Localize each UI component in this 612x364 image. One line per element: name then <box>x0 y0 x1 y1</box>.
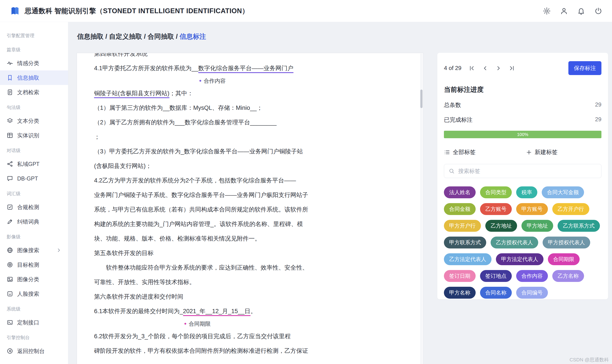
document-text: 第五条软件开发的目标 <box>94 250 153 256</box>
tag-pill[interactable]: 合同名称 <box>480 287 512 299</box>
tag-pill[interactable]: 乙方法定代表人 <box>444 253 491 265</box>
sidebar-item-label: 返回控制台 <box>17 348 45 355</box>
save-annotation-button[interactable]: 保存标注 <box>568 61 601 75</box>
document-text: 6.1本软件开发的最终交付时间为_ <box>94 308 183 314</box>
document-text: 业务网门户铜陵子站子系统、数字化综合服务平台——业务网门户枞阳支行网站子 <box>94 192 308 198</box>
tag-pill[interactable]: 乙方联系方式 <box>558 220 600 232</box>
app-header: 思通数科 智能识别引擎（STONEDT INTELLIGENT IDENTIFI… <box>0 0 612 22</box>
prev-page-button[interactable] <box>482 65 489 72</box>
annotated-text[interactable]: 数字化综合服务平台——业务网门户 <box>198 65 293 73</box>
sidebar-item-image-search[interactable]: 图像搜索 <box>0 243 68 258</box>
header-user-button[interactable] <box>560 7 568 15</box>
sidebar-item-info-extract[interactable]: 信息抽取 <box>0 70 68 85</box>
power-icon <box>594 7 602 15</box>
breadcrumb-separator: / <box>104 33 109 40</box>
document-line: 6.1本软件开发的最终交付时间为_2021_年__12_月_15__日。 <box>94 304 414 318</box>
sidebar-item-label: 纠错词典 <box>17 218 39 225</box>
sidebar-item-compliance-check[interactable]: 合规检测 <box>0 200 68 214</box>
sidebar-item-face-search[interactable]: 人脸搜索 <box>0 286 68 301</box>
tag-pill[interactable]: 甲方地址 <box>521 220 553 232</box>
breadcrumb-item[interactable]: 自定义抽取 <box>109 33 142 40</box>
tag-pill[interactable]: 签订地点 <box>480 270 512 282</box>
document-panel: 第四条软件开发系统4.1甲方委托乙方所开发的软件系统为__数字化综合服务平台——… <box>77 53 423 364</box>
breadcrumb-separator: / <box>174 33 179 40</box>
sidebar-item-label: 图像分类 <box>17 276 39 283</box>
tag-pill[interactable]: 合作内容 <box>516 270 548 282</box>
annotated-text[interactable]: 铜陵子站(含枞阳县支行网站) <box>94 90 169 98</box>
tag-pill[interactable]: 乙方名称 <box>552 270 584 282</box>
annotation-label: •合同期限 <box>184 318 414 329</box>
total-count-label: 总条数 <box>444 101 461 109</box>
sidebar-item-sentiment[interactable]: 情感分类 <box>0 56 68 70</box>
sidebar-item-private-gpt[interactable]: 私域GPT <box>0 157 68 171</box>
document-scrollbar[interactable] <box>420 53 423 364</box>
header-power-button[interactable] <box>594 7 602 15</box>
sidebar-item-correction-dict[interactable]: 纠错词典 <box>0 214 68 229</box>
tag-search-input[interactable] <box>458 168 597 174</box>
document-line: 可靠性、开放性、实用性等技术指标。 <box>94 275 414 289</box>
document-text: （1）属于第三方的软件为__数据库：MysQL、存储：Minio__； <box>94 104 263 111</box>
document-line: 第六条软件开发的进度和交付时间 <box>94 289 414 304</box>
tag-pill[interactable]: 甲方开户行 <box>444 220 481 232</box>
sidebar-item-db-gpt[interactable]: DB-GPT <box>0 171 68 186</box>
header-bell-button[interactable] <box>577 7 585 15</box>
document-text: 6.2软件开发分为_3_个阶段，每个阶段的项目完成后，乙方应当交付该里程 <box>94 333 291 339</box>
first-page-button[interactable] <box>468 65 475 72</box>
sidebar-item-text-classify[interactable]: 文本分类 <box>0 114 68 128</box>
tag-pill[interactable]: 合同大写金额 <box>542 186 584 198</box>
doc-icon <box>7 89 13 95</box>
tag-pill[interactable]: 签订日期 <box>444 270 476 282</box>
checkbox-icon <box>7 204 13 210</box>
tag-pill[interactable]: 合同类型 <box>480 186 512 198</box>
sidebar-item-label: 目标检测 <box>17 261 39 269</box>
back-icon <box>7 348 13 354</box>
sidebar-item-image-classify[interactable]: 图像分类 <box>0 272 68 286</box>
sidebar-item-label: DB-GPT <box>17 175 38 182</box>
annotated-text[interactable]: 2021_年__12_月_15__日 <box>183 308 250 316</box>
sidebar-section-label: 句法级 <box>0 100 68 114</box>
tag-pill[interactable]: 甲方授权代表人 <box>543 237 590 248</box>
document-text: 碑阶段开发的软件，甲方有权依据本合同附件所列的检测标准进行检测，乙方保证 <box>94 348 308 354</box>
tag-pill[interactable]: 合同金额 <box>444 203 476 215</box>
tag-pill[interactable]: 甲方法定代表人 <box>496 253 544 265</box>
sidebar-item-label: 合规检测 <box>17 204 39 211</box>
document-text: （3）甲方委托乙方开发的软件为_数字化综合服务平台——业务网门户铜陵子站 <box>94 148 303 155</box>
tag-pill[interactable]: 税率 <box>516 186 537 198</box>
tag-pill[interactable]: 乙方地址 <box>485 220 517 232</box>
bell-icon <box>577 7 585 15</box>
all-tags-button[interactable]: 全部标签 <box>444 148 476 156</box>
last-page-button[interactable] <box>509 65 515 72</box>
tag-pill[interactable]: 合同期限 <box>548 253 580 265</box>
sidebar-item-doc-search[interactable]: 文档检索 <box>0 85 68 100</box>
completed-count-label: 已完成标注 <box>444 116 473 124</box>
tag-pill[interactable]: 甲方名称 <box>444 287 476 299</box>
tag-pill[interactable]: 合同编号 <box>516 287 548 299</box>
tag-pill[interactable]: 乙方账号 <box>480 203 512 215</box>
sidebar-item-label: 信息抽取 <box>17 74 39 81</box>
sidebar-item-entity-recognition[interactable]: 实体识别 <box>0 128 68 143</box>
main-area: 信息抽取 / 自定义抽取 / 合同抽取 / 信息标注 第四条软件开发系统4.1甲… <box>68 22 612 364</box>
breadcrumb-item[interactable]: 合同抽取 <box>148 33 174 40</box>
document-text: (含枞阳县支行网站)； <box>94 163 151 169</box>
tag-pill[interactable]: 乙方授权代表人 <box>491 237 538 248</box>
new-tag-label: 新建标签 <box>535 148 558 156</box>
sidebar-item-custom-api[interactable]: 定制接口 <box>0 315 68 330</box>
tag-pill[interactable]: 甲方账号 <box>516 203 548 215</box>
sidebar-item-object-detection[interactable]: 目标检测 <box>0 258 68 272</box>
breadcrumb-item[interactable]: 信息抽取 <box>77 33 104 40</box>
sidebar-item-back-console[interactable]: 返回控制台 <box>0 344 68 358</box>
tag-pill[interactable]: 甲方联系方式 <box>444 237 486 248</box>
scrollbar-thumb[interactable] <box>420 90 422 108</box>
document-line: （1）属于第三方的软件为__数据库：MysQL、存储：Minio__； <box>94 101 414 115</box>
sidebar-nav: 引擎配置管理篇章级情感分类信息抽取文档检索句法级文本分类实体识别对话级私域GPT… <box>0 28 68 358</box>
tag-pill[interactable]: 乙方开户行 <box>552 203 589 215</box>
chevron-right-icon <box>495 65 502 72</box>
next-page-button[interactable] <box>495 65 502 72</box>
new-tag-button[interactable]: 新建标签 <box>526 148 558 156</box>
header-gear-button[interactable] <box>543 7 551 15</box>
image-icon <box>7 276 13 283</box>
tag-pill[interactable]: 法人姓名 <box>444 186 476 198</box>
sidebar-item-label: 文本分类 <box>17 117 39 125</box>
document-text: 可靠性、开放性、实用性等技术指标。 <box>94 279 195 286</box>
chevron-right-icon <box>56 247 61 253</box>
